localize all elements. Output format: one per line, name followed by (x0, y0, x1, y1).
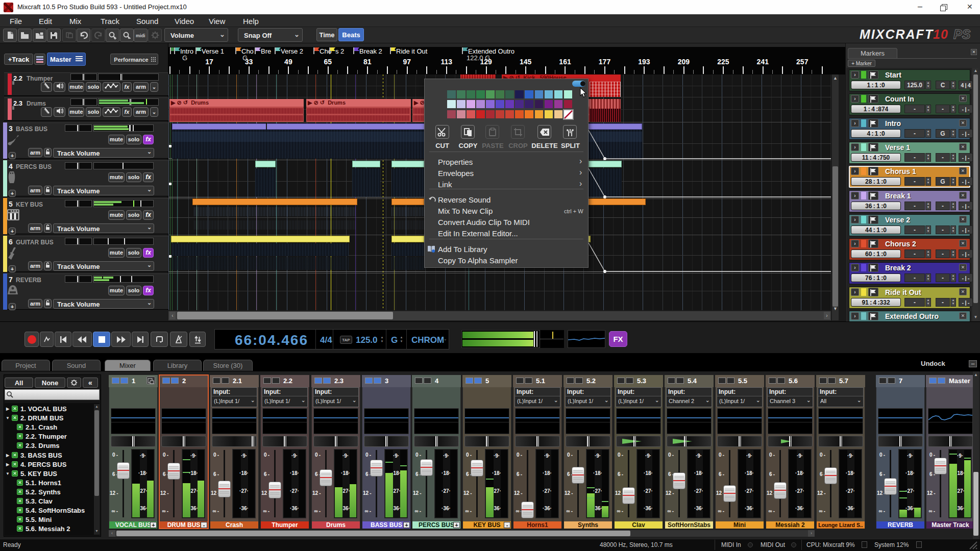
svg-text:MIXCRAFT: MIXCRAFT (860, 28, 934, 41)
svg-text:midi: midi (136, 33, 145, 38)
svg-text:10: 10 (933, 28, 948, 41)
svg-text:PS: PS (953, 28, 971, 41)
